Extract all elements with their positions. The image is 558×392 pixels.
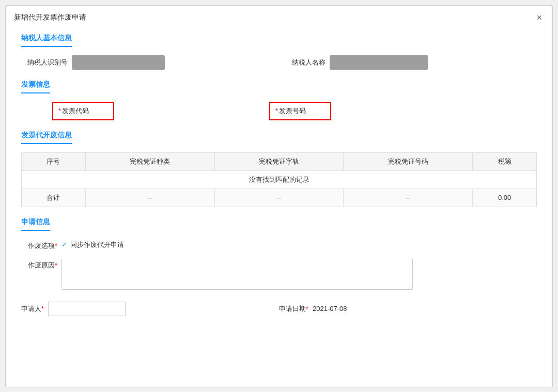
summary-row: 合计 -- -- -- 0.00 [22, 189, 537, 207]
reason-textarea-wrapper: ⊿ [61, 259, 413, 291]
table-header-row: 序号 完税凭证种类 完税凭证字轨 完税凭证号码 税额 [22, 152, 537, 170]
dai-section-title: 发票代开废信息 [21, 131, 72, 144]
bottom-info-row: 申请人* 申请日期* 2021-07-08 [21, 302, 537, 316]
taxpayer-form-row: 纳税人识别号 纳税人名称 [21, 55, 537, 70]
col-header-type: 完税凭证种类 [85, 152, 214, 170]
invoice-number-required-star: * [275, 107, 278, 115]
invoice-fields-row: * 发票代码 * 发票号码 [52, 102, 537, 120]
title-bar: 新增代开发票作废申请 × [6, 6, 552, 28]
invoice-section: 发票信息 * 发票代码 * 发票号码 [21, 80, 537, 120]
invoice-number-field[interactable]: * 发票号码 [269, 102, 331, 120]
resize-handle-icon: ⊿ [407, 285, 412, 290]
waste-option-row: 作废选项* ✓ 同步作废代开申请 [21, 239, 537, 250]
sync-label: 同步作废代开申请 [70, 240, 124, 249]
taxpayer-name-value [330, 55, 428, 70]
invoice-number-label: 发票号码 [279, 106, 306, 116]
summary-tax: 0.00 [473, 189, 537, 207]
taxpayer-name-item: 纳税人名称 [279, 55, 537, 70]
applicant-input[interactable] [48, 302, 126, 316]
reason-label: 作废原因* [21, 259, 57, 270]
invoice-code-required-star: * [58, 107, 61, 115]
no-record-row: 没有找到匹配的记录 [22, 170, 537, 189]
apply-section: 申请信息 作废选项* ✓ 同步作废代开申请 作废原因* ⊿ [21, 217, 537, 316]
dai-table: 序号 完税凭证种类 完税凭证字轨 完税凭证号码 税额 没有找到匹配的记录 合计 … [21, 152, 537, 207]
invoice-code-label: 发票代码 [62, 106, 89, 116]
date-value: 2021-07-08 [313, 305, 347, 312]
col-header-index: 序号 [22, 152, 86, 170]
taxpayer-name-label: 纳税人名称 [279, 58, 326, 67]
applicant-item: 申请人* [21, 302, 279, 316]
apply-section-title: 申请信息 [21, 217, 50, 231]
invoice-code-field[interactable]: * 发票代码 [52, 102, 114, 120]
summary-col4: -- [344, 189, 473, 207]
taxpayer-id-value [72, 55, 165, 70]
reason-row: 作废原因* ⊿ [21, 259, 537, 291]
dai-section: 发票代开废信息 序号 完税凭证种类 完税凭证字轨 完税凭证号码 税额 没有找到匹… [21, 131, 537, 207]
close-button[interactable]: × [534, 12, 544, 23]
applicant-label: 申请人* [21, 304, 44, 313]
sync-checkbox-group[interactable]: ✓ 同步作废代开申请 [61, 240, 124, 249]
reason-textarea[interactable] [61, 259, 413, 290]
taxpayer-section-title: 纳税人基本信息 [21, 34, 72, 47]
dialog-body: 纳税人基本信息 纳税人识别号 纳税人名称 发票信息 * [6, 28, 552, 337]
summary-col2: -- [85, 189, 214, 207]
taxpayer-id-label: 纳税人识别号 [21, 58, 68, 67]
col-header-tax: 税额 [473, 152, 537, 170]
summary-col3: -- [214, 189, 344, 207]
taxpayer-section: 纳税人基本信息 纳税人识别号 纳税人名称 [21, 34, 537, 70]
waste-option-label: 作废选项* [21, 239, 57, 250]
col-header-track: 完税凭证字轨 [214, 152, 344, 170]
taxpayer-id-item: 纳税人识别号 [21, 55, 279, 70]
col-header-number: 完税凭证号码 [344, 152, 473, 170]
summary-label: 合计 [22, 189, 86, 207]
no-record-text: 没有找到匹配的记录 [22, 170, 537, 189]
date-item: 申请日期* 2021-07-08 [279, 304, 537, 313]
dialog-title: 新增代开发票作废申请 [14, 13, 86, 22]
checkbox-checked-icon[interactable]: ✓ [61, 241, 67, 248]
main-dialog: 新增代开发票作废申请 × 纳税人基本信息 纳税人识别号 纳税人名称 [5, 5, 553, 387]
date-label: 申请日期* [279, 304, 308, 313]
invoice-section-title: 发票信息 [21, 80, 50, 93]
